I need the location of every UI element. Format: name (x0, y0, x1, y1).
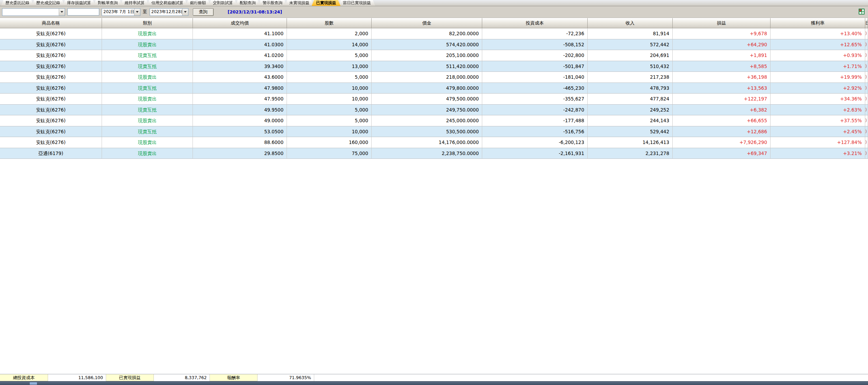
date-to-dropdown-button[interactable] (182, 9, 188, 16)
cell-category: 現賣互抵 (102, 105, 193, 116)
account-select-dropdown-button[interactable] (59, 9, 65, 16)
tab-item[interactable]: 配額查詢 (235, 0, 260, 6)
table-row[interactable]: 安鈦克(6276)現賣互抵47.980010,000479,800.0000-4… (0, 83, 868, 94)
tab-item[interactable]: 歷史委託記錄 (1, 0, 34, 6)
column-header[interactable]: 商品名稱 (0, 18, 102, 28)
cell-income: 217,238 (588, 72, 673, 83)
summary-value: 71.9635% (258, 374, 314, 381)
to-label: 至 (143, 9, 147, 15)
cell-amount: 511,420.0000 (372, 61, 482, 72)
cell-shares: 2,000 (287, 28, 372, 39)
column-header[interactable]: 類別 (102, 18, 193, 28)
cell-name: 安鈦克(6276) (0, 39, 102, 50)
table-row[interactable]: 安鈦克(6276)現股賣出41.10002,00082,200.0000-72,… (0, 28, 868, 39)
column-header[interactable]: 獲利率 (771, 18, 865, 28)
cell-category: 現股賣出 (102, 94, 193, 105)
table-row[interactable]: 安鈦克(6276)現股賣出47.950010,000479,500.0000-3… (0, 94, 868, 105)
table-row[interactable]: 亞通(6179)現股賣出29.850075,0002,238,750.0000-… (0, 148, 868, 159)
tab-item[interactable]: 信用交易追繳試算 (147, 0, 188, 6)
column-header[interactable]: 收入 (588, 18, 673, 28)
tab-item[interactable]: 銀行餘額 (186, 0, 211, 6)
table-empty-area (0, 159, 868, 374)
cell-category: 現股賣出 (102, 28, 193, 39)
cell-pnl: +7,926,290 (673, 137, 771, 148)
cell-avg_price: 49.0000 (193, 115, 287, 126)
cell-rate: +0.93% (771, 50, 865, 61)
chevron-down-icon (136, 11, 139, 13)
table-row[interactable]: 安鈦克(6276)現賣互抵53.050010,000530,500.0000-5… (0, 126, 868, 137)
table-row[interactable]: 安鈦克(6276)現股賣出88.6000160,00014,176,000.00… (0, 137, 868, 148)
tab-item-active[interactable]: 已實現損益 (312, 0, 341, 6)
taskbar-icon[interactable] (30, 382, 37, 385)
date-from-select[interactable]: 2023年 7月 1日 (102, 8, 140, 16)
tab-item[interactable]: 對帳單查詢 (93, 0, 122, 6)
table-body: 安鈦克(6276)現股賣出41.10002,00082,200.0000-72,… (0, 28, 868, 159)
date-from-dropdown-button[interactable] (134, 9, 140, 16)
stock-code-input[interactable] (67, 8, 99, 16)
tab-item[interactable]: 未實現損益 (285, 0, 314, 6)
cell-clipped: ) (865, 148, 868, 159)
cell-cost: -355,627 (482, 94, 588, 105)
cell-pnl: +12,686 (673, 126, 771, 137)
column-header[interactable]: 損益 (673, 18, 771, 28)
cell-amount: 574,420.0000 (372, 39, 482, 50)
export-excel-icon[interactable] (859, 9, 865, 15)
tab-item[interactable]: 當日已實現損益 (338, 0, 375, 6)
cell-income: 204,691 (588, 50, 673, 61)
tab-item[interactable]: 庫存損益試算 (63, 0, 95, 6)
cell-avg_price: 53.0500 (193, 126, 287, 137)
cell-pnl: +9,678 (673, 28, 771, 39)
table-row[interactable]: 安鈦克(6276)現股賣出49.00005,000245,000.0000-17… (0, 115, 868, 126)
column-header[interactable]: 成交均價 (193, 18, 287, 28)
cell-shares: 75,000 (287, 148, 372, 159)
table-row[interactable]: 安鈦克(6276)現股賣出43.60005,000218,000.0000-18… (0, 72, 868, 83)
cell-name: 安鈦克(6276) (0, 50, 102, 61)
cell-cost: -501,847 (482, 61, 588, 72)
cell-category: 現股賣出 (102, 137, 193, 148)
cell-name: 安鈦克(6276) (0, 28, 102, 39)
cell-avg_price: 88.6000 (193, 137, 287, 148)
cell-clipped: ) (865, 28, 868, 39)
summary-value: 11,586,100 (48, 374, 106, 381)
column-header[interactable]: 投資成本 (482, 18, 588, 28)
cell-amount: 530,500.0000 (372, 126, 482, 137)
cell-avg_price: 29.8500 (193, 148, 287, 159)
cell-avg_price: 41.0200 (193, 50, 287, 61)
table-row[interactable]: 安鈦克(6276)現賣互抵49.95005,000249,750.0000-24… (0, 105, 868, 116)
account-select[interactable] (2, 8, 65, 16)
column-header[interactable]: 價金 (372, 18, 482, 28)
tab-item[interactable]: 歷史成交記錄 (32, 0, 65, 6)
taskbar-strip (0, 381, 868, 385)
cell-clipped: ) (865, 115, 868, 126)
cell-category: 現賣互抵 (102, 50, 193, 61)
query-button[interactable]: 查詢 (193, 8, 214, 16)
cell-income: 249,252 (588, 105, 673, 116)
cell-pnl: +13,563 (673, 83, 771, 94)
date-to-select[interactable]: 2023年12月28日 (150, 8, 188, 16)
cell-cost: -508,152 (482, 39, 588, 50)
cell-cost: -72,236 (482, 28, 588, 39)
cell-name: 安鈦克(6276) (0, 72, 102, 83)
cell-category: 現股賣出 (102, 39, 193, 50)
cell-name: 亞通(6179) (0, 148, 102, 159)
date-from-value: 2023年 7月 1日 (102, 9, 134, 15)
tab-item[interactable]: 交割款試算 (208, 0, 237, 6)
cell-category: 現股賣出 (102, 148, 193, 159)
cell-avg_price: 47.9800 (193, 83, 287, 94)
cell-clipped: ) (865, 39, 868, 50)
cell-pnl: +6,382 (673, 105, 771, 116)
table-row[interactable]: 安鈦克(6276)現賣互抵39.340013,000511,420.0000-5… (0, 61, 868, 72)
tab-bar: 歷史委託記錄歷史成交記錄庫存損益試算對帳單查詢維持率試算信用交易追繳試算銀行餘額… (0, 0, 868, 6)
table-row[interactable]: 安鈦克(6276)現股賣出41.030014,000574,420.0000-5… (0, 39, 868, 50)
tab-item[interactable]: 維持率試算 (120, 0, 149, 6)
table-row[interactable]: 安鈦克(6276)現賣互抵41.02005,000205,100.0000-20… (0, 50, 868, 61)
cell-cost: -177,488 (482, 115, 588, 126)
cell-pnl: +1,891 (673, 50, 771, 61)
cell-avg_price: 39.3400 (193, 61, 287, 72)
column-header[interactable]: 股數 (287, 18, 372, 28)
table-header-row: 商品名稱類別成交均價股數價金投資成本收入損益獲利率日 (0, 18, 868, 28)
cell-amount: 14,176,000.0000 (372, 137, 482, 148)
tab-item[interactable]: 警示股查詢 (258, 0, 287, 6)
cell-avg_price: 43.6000 (193, 72, 287, 83)
cell-rate: +37.55% (771, 115, 865, 126)
